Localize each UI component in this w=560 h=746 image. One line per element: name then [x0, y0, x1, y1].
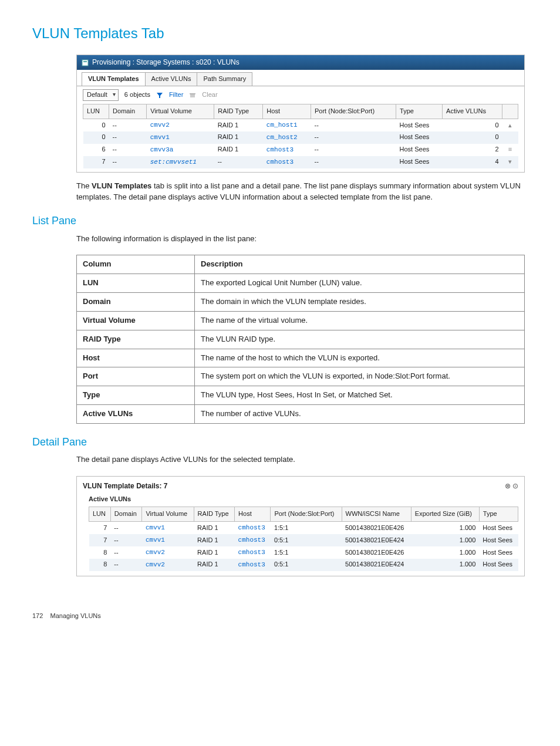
- cell-domain: --: [109, 156, 147, 168]
- cell-port: --: [311, 119, 396, 131]
- cell-host: cmhost3: [235, 546, 271, 559]
- desc-column-name: Domain: [77, 293, 195, 312]
- vv-link[interactable]: set:cmvvset1: [150, 158, 197, 166]
- col-host[interactable]: Host: [263, 104, 311, 119]
- host-link[interactable]: cmhost3: [238, 561, 265, 568]
- tab-vlun-templates[interactable]: VLUN Templates: [82, 72, 146, 86]
- col-active-vluns[interactable]: Active VLUNs: [443, 104, 502, 119]
- table-row[interactable]: 0--cmvv2RAID 1cm_host1--Host Sees0▴: [83, 119, 518, 131]
- cell-host: cmhost3: [263, 144, 311, 156]
- table-row[interactable]: 6--cmvv3aRAID 1cmhost3--Host Sees2≡: [83, 144, 518, 156]
- cell-raid: --: [214, 156, 263, 168]
- cell-size: 1.000: [411, 546, 479, 559]
- table-row: HostThe name of the host to which the VL…: [77, 349, 525, 367]
- cell-domain: --: [110, 522, 142, 534]
- cell-type: Host Sees: [479, 522, 518, 534]
- tab-path-summary[interactable]: Path Summary: [197, 72, 252, 86]
- cell-domain: --: [110, 559, 142, 571]
- table-row: Virtual VolumeThe name of the virtual vo…: [77, 311, 525, 330]
- col-port[interactable]: Port (Node:Slot:Port): [271, 507, 342, 522]
- col-raid[interactable]: RAID Type: [214, 104, 263, 119]
- cell-lun: 6: [83, 144, 109, 156]
- host-link[interactable]: cmhost3: [238, 536, 265, 544]
- tab-active-vluns[interactable]: Active VLUNs: [145, 72, 198, 86]
- cell-port: --: [311, 131, 396, 144]
- cell-vv: cmvv1: [142, 522, 194, 534]
- desc-column-name: LUN: [77, 274, 195, 293]
- host-link[interactable]: cmhost3: [238, 549, 265, 556]
- col-vv[interactable]: Virtual Volume: [142, 507, 194, 522]
- vv-link[interactable]: cmvv2: [146, 549, 165, 556]
- table-row[interactable]: 7--set:cmvvset1--cmhost3--Host Sees4▾: [83, 156, 518, 168]
- window-icon: [82, 58, 89, 67]
- cell-host: cm_host2: [263, 131, 311, 144]
- scope-select[interactable]: Default: [83, 89, 119, 101]
- desc-column-text: The system port on which the VLUN is exp…: [195, 367, 525, 386]
- cell-type: Host Sees: [396, 156, 443, 168]
- col-port[interactable]: Port (Node:Slot:Port): [311, 104, 396, 119]
- cell-raid: RAID 1: [214, 144, 263, 156]
- table-row: TypeThe VLUN type, Host Sees, Host In Se…: [77, 386, 525, 405]
- table-row[interactable]: 8--cmvv2RAID 1cmhost30:5:15001438021E0E4…: [89, 559, 518, 571]
- vv-link[interactable]: cmvv1: [150, 134, 170, 141]
- desc-column-text: The domain in which the VLUN template re…: [195, 293, 525, 312]
- detail-pane-screenshot: VLUN Template Details: 7 ⊗ ⊙ Active VLUN…: [76, 476, 525, 576]
- list-pane-description-table: Column Description LUNThe exported Logic…: [76, 255, 525, 424]
- col-domain[interactable]: Domain: [109, 104, 147, 119]
- cell-host: cm_host1: [263, 119, 311, 131]
- table-row[interactable]: 7--cmvv1RAID 1cmhost31:5:15001438021E0E4…: [89, 522, 518, 534]
- col-type[interactable]: Type: [396, 104, 443, 119]
- desc-column-name: Type: [77, 386, 195, 405]
- cell-vv: cmvv3a: [147, 144, 214, 156]
- host-link[interactable]: cmhost3: [266, 146, 294, 153]
- cell-host: cmhost3: [235, 534, 271, 546]
- cell-raid: RAID 1: [214, 131, 263, 144]
- collapse-down-icon[interactable]: ⊙: [512, 482, 518, 490]
- col-host[interactable]: Host: [235, 507, 271, 522]
- col-lun[interactable]: LUN: [83, 104, 109, 119]
- col-lun[interactable]: LUN: [89, 507, 111, 522]
- scrollbar-cell: [502, 131, 518, 144]
- vv-link[interactable]: cmvv2: [146, 561, 165, 568]
- cell-wwn: 5001438021E0E426: [342, 522, 411, 534]
- desc-column-text: The number of active VLUNs.: [195, 405, 525, 424]
- cell-type: Host Sees: [396, 144, 443, 156]
- cell-port: 0:5:1: [271, 534, 342, 546]
- collapse-up-icon[interactable]: ⊗: [505, 482, 511, 490]
- col-size[interactable]: Exported Size (GiB): [411, 507, 479, 522]
- vv-link[interactable]: cmvv2: [150, 121, 170, 129]
- col-header-description: Description: [195, 255, 525, 274]
- cell-raid: RAID 1: [194, 559, 234, 571]
- table-row[interactable]: 7--cmvv1RAID 1cmhost30:5:15001438021E0E4…: [89, 534, 518, 546]
- vv-link[interactable]: cmvv1: [146, 536, 165, 544]
- host-link[interactable]: cmhost3: [238, 524, 265, 531]
- col-type[interactable]: Type: [479, 507, 518, 522]
- table-row[interactable]: 0--cmvv1RAID 1cm_host2--Host Sees0: [83, 131, 518, 144]
- col-raid[interactable]: RAID Type: [194, 507, 234, 522]
- cell-type: Host Sees: [479, 534, 518, 546]
- scrollbar-cell: ▾: [502, 156, 518, 168]
- host-link[interactable]: cm_host1: [266, 121, 298, 129]
- active-vluns-table: LUN Domain Virtual Volume RAID Type Host…: [89, 507, 518, 571]
- host-link[interactable]: cmhost3: [266, 158, 294, 166]
- list-pane-intro: The following information is displayed i…: [76, 234, 525, 245]
- col-domain[interactable]: Domain: [110, 507, 142, 522]
- vv-link[interactable]: cmvv3a: [150, 146, 174, 153]
- col-wwn[interactable]: WWN/iSCSI Name: [342, 507, 411, 522]
- host-link[interactable]: cm_host2: [266, 134, 298, 141]
- tabs-container: VLUN Templates Active VLUNs Path Summary: [77, 70, 524, 86]
- list-pane-heading: List Pane: [32, 213, 528, 228]
- vv-link[interactable]: cmvv1: [146, 524, 165, 531]
- page-title: VLUN Templates Tab: [32, 23, 528, 44]
- cell-size: 1.000: [411, 522, 479, 534]
- cell-vv: cmvv1: [142, 534, 194, 546]
- filter-link[interactable]: Filter: [169, 90, 183, 100]
- scrollbar-cell: ▴: [502, 119, 518, 131]
- filter-icon[interactable]: [156, 90, 163, 100]
- toolbar: Default 6 objects Filter Clear: [77, 86, 524, 104]
- cell-port: 1:5:1: [271, 522, 342, 534]
- cell-vv: cmvv2: [142, 546, 194, 559]
- col-vv[interactable]: Virtual Volume: [147, 104, 214, 119]
- table-row[interactable]: 8--cmvv2RAID 1cmhost31:5:15001438021E0E4…: [89, 546, 518, 559]
- cell-host: cmhost3: [235, 559, 271, 571]
